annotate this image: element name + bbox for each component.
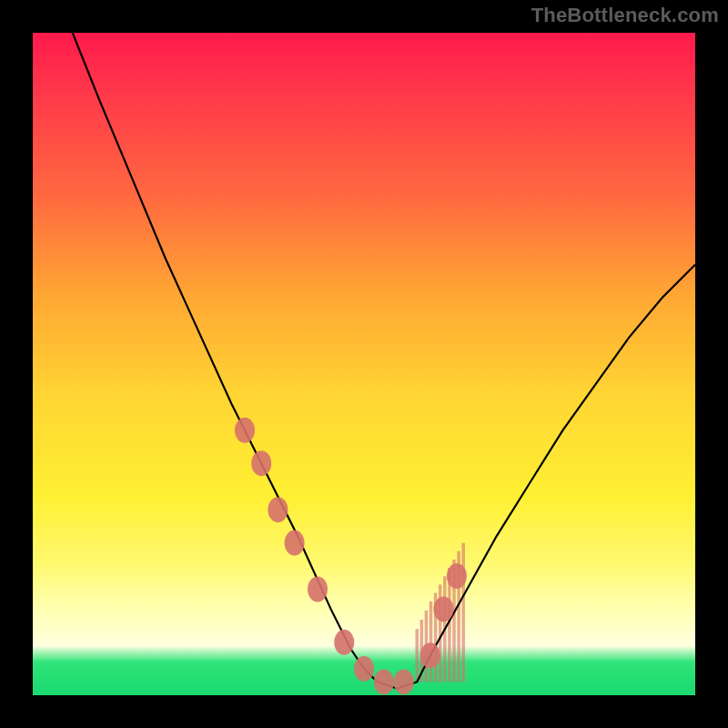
marker-point	[285, 531, 305, 556]
marker-point	[334, 630, 354, 655]
marker-point	[354, 656, 374, 682]
marker-point	[433, 596, 453, 622]
marker-point	[268, 497, 288, 522]
watermark-text: TheBottleneck.com	[531, 4, 719, 27]
plot-area	[33, 33, 695, 695]
marker-point	[447, 563, 467, 589]
chart-svg	[33, 33, 695, 695]
marker-point	[374, 669, 394, 694]
marker-point	[251, 450, 271, 476]
marker-point	[420, 642, 440, 668]
bottleneck-curve	[73, 33, 695, 689]
marker-point	[235, 418, 255, 443]
chart-frame: TheBottleneck.com	[0, 0, 728, 728]
marker-point	[394, 669, 414, 694]
marker-group	[235, 418, 467, 695]
marker-point	[308, 577, 328, 602]
